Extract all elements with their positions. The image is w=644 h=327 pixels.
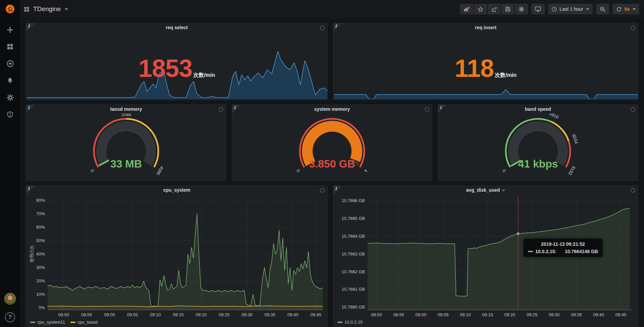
info-icon: i: [335, 186, 337, 191]
caret-down-icon: [633, 8, 636, 10]
panel-title[interactable]: taosd memery: [26, 105, 226, 113]
svg-text:10.7666 GB: 10.7666 GB: [342, 198, 365, 203]
svg-text:09:25: 09:25: [219, 312, 230, 317]
panel-title[interactable]: system memory: [232, 105, 432, 113]
panel-info-corner[interactable]: i: [26, 23, 35, 32]
help-button[interactable]: ?: [5, 312, 15, 322]
dashboard-grid-icon: [23, 6, 30, 12]
svg-text:09:15: 09:15: [482, 312, 493, 317]
singlestat-value-row: 1853 次数/min: [26, 54, 327, 83]
panel-title[interactable]: cpu_system: [26, 186, 327, 194]
sidebar-item-server-admin[interactable]: [6, 111, 14, 118]
zoom-out-icon: [599, 6, 606, 12]
grafana-logo[interactable]: [0, 0, 20, 18]
sidebar-item-create[interactable]: [6, 26, 14, 34]
caret-down-icon: [502, 190, 505, 191]
dashboard-title-button[interactable]: TDengine: [23, 5, 68, 13]
monitor-icon: [535, 6, 541, 12]
legend-item[interactable]: 10.0.2.15: [337, 320, 363, 325]
panel-taosd-memory: i taosd memery 020484096 33 MB: [26, 104, 226, 181]
dashboard-settings-button[interactable]: [515, 4, 528, 14]
row-graphs: i cpu_system 使用占比 08:5008:5509:0009:0509…: [26, 185, 638, 327]
star-dashboard-button[interactable]: [474, 4, 487, 14]
svg-text:4916: 4916: [548, 113, 559, 120]
gauge-chart: 020484096: [76, 113, 176, 181]
time-range-picker[interactable]: Last 1 hour: [548, 4, 593, 14]
panel-band-speed: i band speed 0491665548192 41 kbps: [438, 104, 638, 181]
svg-text:09:05: 09:05: [438, 312, 449, 317]
panel-loading-spinner: [631, 188, 635, 193]
panel-title[interactable]: avg_disk_used: [333, 186, 638, 194]
panel-loading-spinner: [425, 107, 429, 112]
zoom-out-time-button[interactable]: [596, 4, 609, 14]
navbar: TDengine: [20, 0, 644, 18]
info-icon: i: [335, 24, 337, 29]
singlestat-unit: 次数/min: [495, 72, 517, 79]
panel-info-corner[interactable]: i: [232, 105, 241, 113]
add-panel-button[interactable]: [460, 4, 473, 14]
row-gauges: i taosd memery 020484096 33 MB i system …: [26, 104, 638, 181]
svg-text:30%: 30%: [36, 265, 45, 270]
save-dashboard-button[interactable]: [501, 4, 514, 14]
cycle-view-mode-button[interactable]: [531, 4, 545, 14]
svg-text:10.7661 GB: 10.7661 GB: [342, 287, 365, 292]
panel-info-corner[interactable]: i: [333, 186, 342, 194]
panel-title[interactable]: band speed: [438, 105, 638, 113]
svg-text:09:00: 09:00: [416, 312, 427, 317]
refresh-picker[interactable]: 5s: [612, 4, 639, 14]
plus-icon: [6, 26, 14, 34]
panel-info-corner[interactable]: i: [26, 105, 35, 113]
svg-text:10.7663 GB: 10.7663 GB: [342, 251, 365, 256]
panel-loading-spinner: [631, 26, 635, 30]
panel-title[interactable]: req select: [26, 23, 327, 32]
chart-area: 08:5008:5509:0009:0509:1009:1509:2009:25…: [334, 194, 638, 319]
legend-item[interactable]: cpu_taosd: [70, 320, 98, 325]
time-series-chart[interactable]: 08:5008:5509:0009:0509:1009:1509:2009:25…: [27, 194, 327, 318]
info-icon: i: [28, 105, 30, 110]
singlestat-value-row: 118 次数/min: [333, 54, 638, 83]
panel-info-corner[interactable]: i: [438, 105, 447, 113]
grafana-flame-icon: [4, 3, 16, 15]
svg-text:10%: 10%: [36, 292, 45, 297]
panel-action-group: [460, 4, 528, 14]
share-dashboard-button[interactable]: [488, 4, 501, 14]
series-color-swatch: [30, 322, 35, 323]
dashboard-grid: i req select 1853 次数/min i req insert 11…: [20, 18, 644, 327]
svg-text:10.7665 GB: 10.7665 GB: [342, 216, 365, 221]
panel-info-corner[interactable]: i: [333, 23, 342, 32]
svg-text:2048: 2048: [121, 113, 131, 117]
compass-icon: [6, 60, 14, 67]
legend: cpu_system11 cpu_taosd: [30, 320, 98, 325]
refresh-interval-label: 5s: [624, 6, 630, 12]
row-singlestats: i req select 1853 次数/min i req insert 11…: [26, 23, 638, 100]
grafana-app: ? TDengine: [0, 0, 644, 327]
user-avatar[interactable]: [4, 293, 16, 305]
panel-loading-spinner: [320, 26, 325, 30]
add-panel-icon: [463, 6, 470, 12]
svg-text:09:35: 09:35: [571, 312, 582, 317]
panel-info-corner[interactable]: i: [26, 186, 35, 194]
sidebar-item-configuration[interactable]: [6, 94, 14, 101]
panel-title[interactable]: req insert: [333, 23, 638, 32]
svg-text:09:10: 09:10: [150, 312, 161, 317]
svg-text:40%: 40%: [36, 251, 45, 256]
sidebar-item-explore[interactable]: [6, 60, 14, 67]
bell-icon: [6, 77, 14, 84]
sidebar-item-dashboards[interactable]: [6, 43, 14, 50]
svg-text:08:55: 08:55: [81, 312, 92, 317]
sidebar-item-alerting[interactable]: [6, 77, 14, 84]
legend-item[interactable]: cpu_system11: [30, 320, 65, 325]
svg-text:08:55: 08:55: [393, 312, 404, 317]
series-color-swatch: [337, 322, 342, 323]
svg-text:09:40: 09:40: [593, 312, 604, 317]
panel-avg-disk-used: i avg_disk_used 08:5008:5509:0009:0509:1…: [333, 185, 638, 327]
svg-text:70%: 70%: [36, 211, 45, 216]
sidebar-menu: [6, 26, 14, 118]
svg-text:09:30: 09:30: [549, 312, 560, 317]
panel-loading-spinner: [320, 188, 325, 193]
svg-text:09:25: 09:25: [527, 312, 538, 317]
gauge-value: 41 kbps: [438, 158, 638, 170]
svg-text:10.7660 GB: 10.7660 GB: [342, 305, 365, 310]
svg-text:09:15: 09:15: [173, 312, 184, 317]
singlestat-value: 1853: [139, 54, 193, 83]
